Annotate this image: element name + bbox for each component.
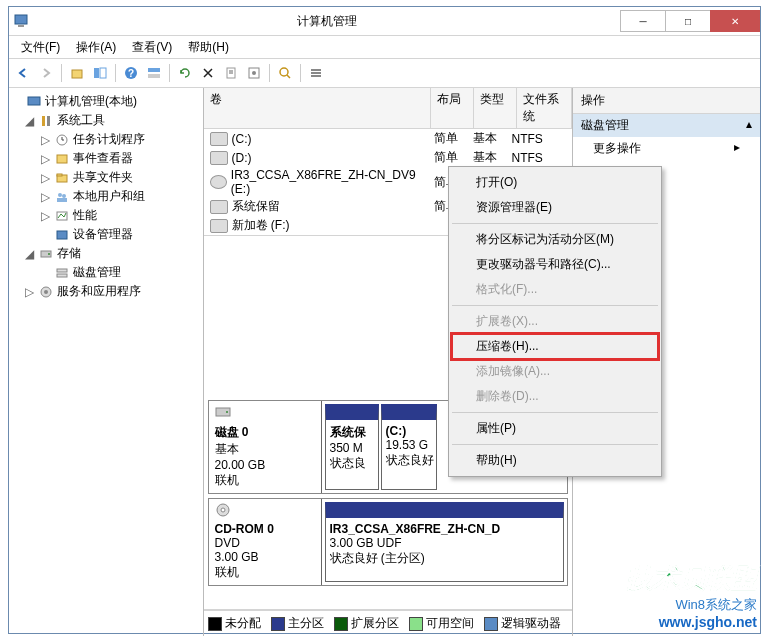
settings-button[interactable]	[244, 63, 264, 83]
cdrom-type: DVD	[215, 536, 315, 550]
svg-rect-16	[311, 69, 321, 71]
view1-button[interactable]	[90, 63, 110, 83]
props-button[interactable]	[221, 63, 241, 83]
view2-button[interactable]	[144, 63, 164, 83]
ctx-shrink[interactable]: 压缩卷(H)...	[452, 334, 658, 359]
partition-sysreserved[interactable]: 系统保 350 M 状态良	[325, 404, 379, 490]
menu-action[interactable]: 操作(A)	[68, 37, 124, 58]
tree-root[interactable]: 计算机管理(本地)	[45, 93, 137, 110]
ctx-explorer[interactable]: 资源管理器(E)	[452, 195, 658, 220]
menu-help[interactable]: 帮助(H)	[180, 37, 237, 58]
svg-rect-25	[57, 155, 67, 163]
expand-icon[interactable]: ▷	[23, 285, 35, 299]
actions-more[interactable]: 更多操作▸	[573, 137, 761, 160]
maximize-button[interactable]: □	[665, 10, 711, 32]
menu-view[interactable]: 查看(V)	[124, 37, 180, 58]
svg-point-42	[221, 508, 225, 512]
svg-point-40	[226, 411, 228, 413]
tree-storage[interactable]: 存储	[57, 245, 81, 262]
tree-scheduler[interactable]: 任务计划程序	[73, 131, 145, 148]
tree-shared[interactable]: 共享文件夹	[73, 169, 133, 186]
cdrom-name: CD-ROM 0	[215, 522, 315, 536]
drive-icon	[210, 200, 228, 214]
svg-rect-19	[28, 97, 40, 105]
svg-point-34	[48, 253, 50, 255]
disk-name: 磁盘 0	[215, 424, 315, 441]
svg-rect-4	[100, 68, 106, 78]
ctx-props[interactable]: 属性(P)	[452, 416, 658, 441]
device-icon	[54, 227, 70, 243]
app-icon	[13, 12, 29, 31]
expand-icon[interactable]: ◢	[23, 114, 35, 128]
up-button[interactable]	[67, 63, 87, 83]
expand-icon[interactable]: ◢	[23, 247, 35, 261]
drive-icon	[210, 219, 228, 233]
svg-point-28	[58, 193, 62, 197]
expand-icon[interactable]: ▷	[39, 133, 51, 147]
context-menu: 打开(O) 资源管理器(E) 将分区标记为活动分区(M) 更改驱动器号和路径(C…	[448, 166, 662, 477]
list-button[interactable]	[306, 63, 326, 83]
svg-rect-27	[57, 174, 62, 176]
svg-point-38	[44, 290, 48, 294]
svg-rect-21	[47, 116, 50, 126]
tree-services[interactable]: 服务和应用程序	[57, 283, 141, 300]
expand-icon[interactable]: ▷	[39, 152, 51, 166]
actions-header: 操作	[573, 88, 761, 114]
ctx-markactive[interactable]: 将分区标记为活动分区(M)	[452, 227, 658, 252]
expand-icon[interactable]: ▷	[39, 209, 51, 223]
perf-icon	[54, 208, 70, 224]
tree-systools[interactable]: 系统工具	[57, 112, 105, 129]
volume-row[interactable]: (C:)简单基本NTFS	[204, 129, 572, 148]
svg-rect-32	[57, 231, 67, 239]
delete-button[interactable]	[198, 63, 218, 83]
refresh-button[interactable]	[175, 63, 195, 83]
svg-rect-30	[57, 198, 67, 202]
col-type[interactable]: 类型	[474, 88, 517, 128]
partition-cdrom[interactable]: IR3_CCSA_X86FRE_ZH-CN_D 3.00 GB UDF 状态良好…	[325, 502, 564, 582]
col-volume[interactable]: 卷	[204, 88, 431, 128]
titlebar[interactable]: 计算机管理 ─ □ ✕	[9, 7, 760, 36]
expand-icon[interactable]: ▷	[39, 171, 51, 185]
scan-button[interactable]	[275, 63, 295, 83]
minimize-button[interactable]: ─	[620, 10, 666, 32]
tree-eventvwr[interactable]: 事件查看器	[73, 150, 133, 167]
svg-rect-17	[311, 72, 321, 74]
legend-extended-icon	[334, 617, 348, 631]
expand-icon[interactable]: ▷	[39, 190, 51, 204]
close-button[interactable]: ✕	[710, 10, 760, 32]
volume-row[interactable]: (D:)简单基本NTFS	[204, 148, 572, 167]
ctx-open[interactable]: 打开(O)	[452, 170, 658, 195]
ctx-addmirror: 添加镜像(A)...	[452, 359, 658, 384]
actions-group[interactable]: 磁盘管理▴	[573, 114, 761, 137]
ctx-help[interactable]: 帮助(H)	[452, 448, 658, 473]
collapse-icon: ▴	[746, 117, 752, 134]
tree-users[interactable]: 本地用户和组	[73, 188, 145, 205]
computer-icon	[26, 94, 42, 110]
clock-icon	[54, 132, 70, 148]
chevron-right-icon: ▸	[734, 140, 740, 157]
tree-perf[interactable]: 性能	[73, 207, 97, 224]
tree-diskmgmt[interactable]: 磁盘管理	[73, 264, 121, 281]
menu-file[interactable]: 文件(F)	[13, 37, 68, 58]
disc-icon	[210, 175, 227, 189]
col-layout[interactable]: 布局	[431, 88, 474, 128]
legend-primary-icon	[271, 617, 285, 631]
svg-rect-0	[15, 15, 27, 24]
drive-icon	[210, 132, 228, 146]
svg-rect-36	[57, 274, 67, 277]
tools-icon	[38, 113, 54, 129]
back-button[interactable]	[13, 63, 33, 83]
folder-icon	[54, 170, 70, 186]
help-button[interactable]: ?	[121, 63, 141, 83]
tree-devmgr[interactable]: 设备管理器	[73, 226, 133, 243]
ctx-format: 格式化(F)...	[452, 277, 658, 302]
svg-rect-7	[148, 68, 160, 72]
col-fs[interactable]: 文件系统	[517, 88, 572, 128]
ctx-changeletter[interactable]: 更改驱动器号和路径(C)...	[452, 252, 658, 277]
legend-logical-icon	[484, 617, 498, 631]
forward-button[interactable]	[36, 63, 56, 83]
svg-rect-18	[311, 75, 321, 77]
services-icon	[38, 284, 54, 300]
partition-c[interactable]: (C:) 19.53 G 状态良好	[381, 404, 437, 490]
event-icon	[54, 151, 70, 167]
